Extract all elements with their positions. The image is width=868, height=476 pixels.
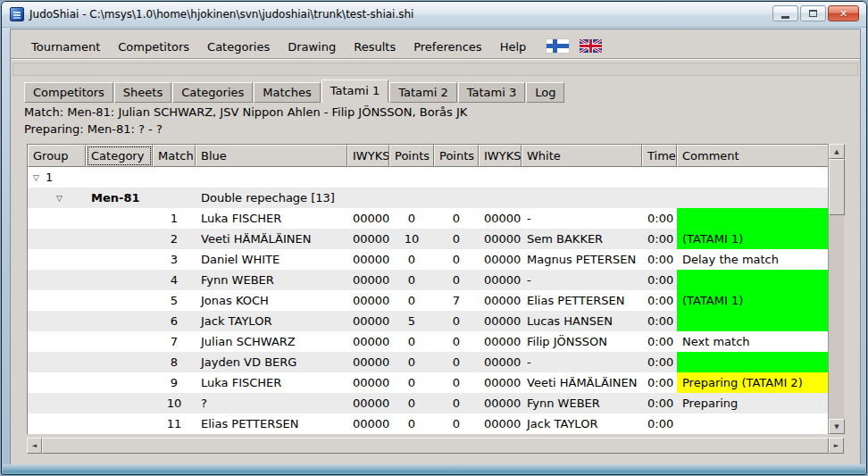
table-body: ▽1▽Men-81Double repechage [13]1Luka FISC… — [28, 167, 829, 434]
cell-empty — [389, 188, 434, 208]
window-controls: ✕ — [772, 5, 859, 21]
uk-flag-icon[interactable] — [580, 39, 602, 53]
match-row[interactable]: 8Jayden VD BERG000000000000-0:00 — [28, 352, 829, 372]
column-header-iwyks-7[interactable]: IWYKS — [479, 145, 522, 167]
cell-blue-points: 5 — [389, 311, 434, 331]
menu-results[interactable]: Results — [346, 38, 404, 56]
column-header-points-6[interactable]: Points — [434, 145, 479, 167]
cell-white-name: - — [522, 352, 642, 372]
cell-white-iwyks: 00000 — [479, 393, 522, 413]
cell-match-number: 3 — [153, 249, 196, 270]
cell-comment — [677, 270, 829, 290]
match-row[interactable]: 5Jonas KOCH000000700000Elias PETTERSEN0:… — [28, 290, 829, 311]
cell-category — [86, 229, 153, 249]
cell-category — [86, 372, 153, 393]
tab-tatami-1[interactable]: Tatami 1 — [321, 79, 389, 103]
menu-items: TournamentCompetitorsCategoriesDrawingRe… — [23, 38, 536, 54]
horizontal-scroll-thumb[interactable] — [42, 438, 829, 454]
match-row[interactable]: 6Jack TAYLOR000005000000Lucas HANSEN0:00 — [28, 311, 829, 331]
cell-match-number: 11 — [153, 413, 196, 434]
column-header-comment-10[interactable]: Comment — [677, 145, 829, 167]
scroll-up-icon[interactable]: ▲ — [829, 144, 845, 159]
cell-blue-iwyks: 00000 — [347, 311, 389, 331]
menu-preferences[interactable]: Preferences — [405, 38, 489, 56]
match-row[interactable]: 7Julian SCHWARZ000000000000Filip JÖNSSON… — [28, 331, 829, 352]
cell-time: 0:00 — [642, 413, 677, 434]
column-header-blue-3[interactable]: Blue — [196, 145, 347, 167]
scroll-right-icon[interactable]: ► — [829, 438, 844, 454]
cell-blue-name: Jack TAYLOR — [196, 311, 347, 331]
column-header-group-0[interactable]: Group — [28, 145, 86, 167]
column-header-iwyks-4[interactable]: IWYKS — [347, 145, 389, 167]
column-header-match-2[interactable]: Match — [153, 145, 196, 167]
menu-competitors[interactable]: Competitors — [110, 38, 197, 56]
cell-comment: (TATAMI 1) — [677, 290, 829, 311]
column-header-white-8[interactable]: White — [522, 145, 642, 167]
titlebar[interactable]: JudoShiai - C:\msys\1.0\home\hjokinen\sv… — [2, 2, 866, 28]
horizontal-scrollbar[interactable]: ◄ ► — [27, 438, 844, 454]
column-header-category-1[interactable]: Category — [86, 145, 153, 167]
cell-empty — [347, 188, 389, 208]
finnish-flag-icon[interactable] — [547, 39, 569, 53]
column-header-time-9[interactable]: Time — [642, 145, 677, 167]
match-row[interactable]: 4Fynn WEBER000000000000-0:00 — [28, 270, 829, 290]
cell-blue-name: Jayden VD BERG — [196, 352, 347, 372]
vertical-scrollbar[interactable]: ▲ ▼ — [828, 144, 844, 434]
cell-blue-iwyks: 00000 — [347, 372, 389, 393]
match-row[interactable]: 10?000000000000Fynn WEBER0:00Preparing — [28, 393, 829, 413]
tab-sheets[interactable]: Sheets — [114, 82, 171, 103]
category-row[interactable]: ▽Men-81Double repechage [13] — [28, 188, 829, 208]
cell-time: 0:00 — [642, 331, 677, 352]
tab-tatami-2[interactable]: Tatami 2 — [389, 82, 457, 103]
cell-white-iwyks: 00000 — [479, 311, 522, 331]
tab-competitors[interactable]: Competitors — [24, 82, 113, 103]
cell-match-number: 7 — [153, 331, 196, 352]
cell-category — [86, 249, 153, 270]
cell-white-points: 0 — [434, 331, 479, 352]
match-row[interactable]: 1Luka FISCHER000000000000-0:00 — [28, 208, 829, 229]
cell-time: 0:00 — [642, 270, 677, 290]
maximize-button[interactable] — [800, 5, 826, 21]
cell-white-name: Veeti HÄMÄLÄINEN — [522, 372, 642, 393]
minimize-button[interactable] — [772, 5, 798, 21]
cell-comment — [677, 413, 829, 434]
cell-empty — [677, 188, 829, 208]
cell-empty — [153, 167, 196, 188]
cell-empty — [677, 167, 829, 188]
menu-tournament[interactable]: Tournament — [23, 38, 108, 56]
menu-separator — [11, 58, 860, 60]
scroll-down-icon[interactable]: ▼ — [829, 419, 845, 434]
column-header-points-5[interactable]: Points — [389, 145, 434, 167]
tab-matches[interactable]: Matches — [254, 82, 320, 103]
app-icon — [10, 7, 24, 21]
scroll-left-icon[interactable]: ◄ — [27, 438, 42, 454]
group-row[interactable]: ▽1 — [28, 167, 829, 188]
close-button[interactable]: ✕ — [828, 5, 859, 21]
maximize-icon — [809, 10, 817, 17]
menu-categories[interactable]: Categories — [199, 38, 278, 56]
cell-blue-points: 0 — [389, 270, 434, 290]
expander-open-icon[interactable]: ▽ — [33, 173, 39, 182]
cell-empty — [522, 167, 642, 188]
menu-help[interactable]: Help — [492, 38, 535, 56]
tab-log[interactable]: Log — [526, 82, 564, 103]
vertical-scroll-thumb[interactable] — [829, 159, 845, 215]
menu-drawing[interactable]: Drawing — [280, 38, 344, 56]
cell-group — [28, 208, 86, 229]
cell-comment — [677, 311, 829, 331]
match-row[interactable]: 3Daniel WHITE000000000000Magnus PETERSEN… — [28, 249, 829, 270]
cell-empty — [196, 167, 347, 188]
match-row[interactable]: 11Elias PETTERSEN000000000000Jack TAYLOR… — [28, 413, 829, 434]
cell-category — [86, 208, 153, 229]
match-row[interactable]: 2Veeti HÄMÄLÄINEN0000010000000Sem BAKKER… — [28, 229, 829, 249]
cell-group — [28, 352, 86, 372]
match-row[interactable]: 9Luka FISCHER000000000000Veeti HÄMÄLÄINE… — [28, 372, 829, 393]
cell-blue-name: Veeti HÄMÄLÄINEN — [196, 229, 347, 249]
tab-categories[interactable]: Categories — [172, 82, 253, 103]
cell-blue-points: 0 — [389, 290, 434, 311]
tab-tatami-3[interactable]: Tatami 3 — [458, 82, 526, 103]
expander-open-icon[interactable]: ▽ — [56, 194, 63, 203]
category-name: Men-81 — [91, 191, 140, 205]
cell-blue-name: Luka FISCHER — [196, 372, 347, 393]
cell-blue-points: 0 — [389, 249, 434, 270]
